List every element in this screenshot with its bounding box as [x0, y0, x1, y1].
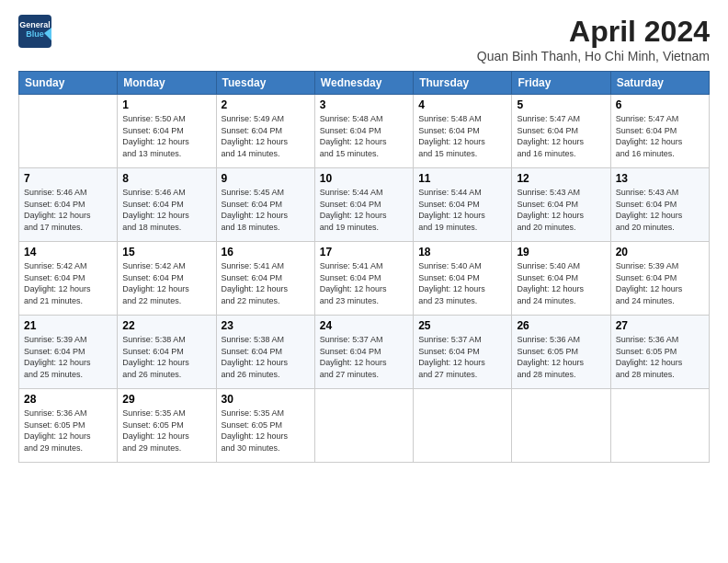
day-info: Sunrise: 5:39 AM Sunset: 6:04 PM Dayligh… [24, 334, 112, 380]
day-number: 20 [616, 246, 704, 259]
calendar-week-2: 7Sunrise: 5:46 AM Sunset: 6:04 PM Daylig… [19, 168, 710, 242]
day-number: 4 [418, 98, 506, 111]
day-number: 7 [24, 172, 112, 185]
day-info: Sunrise: 5:41 AM Sunset: 6:04 PM Dayligh… [320, 260, 408, 306]
calendar-cell: 17Sunrise: 5:41 AM Sunset: 6:04 PM Dayli… [314, 242, 413, 316]
day-number: 12 [517, 172, 605, 185]
calendar-cell: 10Sunrise: 5:44 AM Sunset: 6:04 PM Dayli… [314, 168, 413, 242]
calendar-cell [19, 95, 118, 168]
day-info: Sunrise: 5:38 AM Sunset: 6:04 PM Dayligh… [122, 334, 210, 380]
day-number: 17 [320, 246, 408, 259]
day-info: Sunrise: 5:43 AM Sunset: 6:04 PM Dayligh… [616, 187, 704, 233]
day-number: 11 [418, 172, 506, 185]
day-number: 21 [24, 319, 112, 332]
calendar-cell: 23Sunrise: 5:38 AM Sunset: 6:04 PM Dayli… [216, 316, 314, 389]
calendar-cell: 1Sunrise: 5:50 AM Sunset: 6:04 PM Daylig… [118, 95, 216, 168]
day-number: 26 [517, 319, 605, 332]
day-number: 15 [122, 246, 210, 259]
calendar-cell: 22Sunrise: 5:38 AM Sunset: 6:04 PM Dayli… [118, 316, 216, 389]
day-number: 14 [24, 246, 112, 259]
day-info: Sunrise: 5:47 AM Sunset: 6:04 PM Dayligh… [517, 113, 605, 159]
calendar-cell [512, 389, 610, 463]
location: Quan Binh Thanh, Ho Chi Minh, Vietnam [477, 49, 710, 63]
day-info: Sunrise: 5:49 AM Sunset: 6:04 PM Dayligh… [222, 113, 310, 159]
calendar-cell: 5Sunrise: 5:47 AM Sunset: 6:04 PM Daylig… [512, 95, 610, 168]
month-title: April 2024 [477, 15, 710, 49]
calendar-cell: 3Sunrise: 5:48 AM Sunset: 6:04 PM Daylig… [314, 95, 413, 168]
calendar-week-3: 14Sunrise: 5:42 AM Sunset: 6:04 PM Dayli… [19, 242, 710, 316]
day-info: Sunrise: 5:42 AM Sunset: 6:04 PM Dayligh… [24, 260, 112, 306]
day-number: 9 [222, 172, 310, 185]
calendar-cell: 21Sunrise: 5:39 AM Sunset: 6:04 PM Dayli… [19, 316, 118, 389]
calendar-cell: 29Sunrise: 5:35 AM Sunset: 6:05 PM Dayli… [118, 389, 216, 463]
day-number: 24 [320, 319, 408, 332]
calendar-cell: 4Sunrise: 5:48 AM Sunset: 6:04 PM Daylig… [414, 95, 512, 168]
day-number: 8 [122, 172, 210, 185]
day-number: 29 [122, 393, 210, 406]
day-info: Sunrise: 5:50 AM Sunset: 6:04 PM Dayligh… [122, 113, 210, 159]
day-info: Sunrise: 5:38 AM Sunset: 6:04 PM Dayligh… [222, 334, 310, 380]
col-header-sunday: Sunday [19, 72, 118, 95]
day-info: Sunrise: 5:41 AM Sunset: 6:04 PM Dayligh… [222, 260, 310, 306]
calendar-cell [314, 389, 413, 463]
day-info: Sunrise: 5:46 AM Sunset: 6:04 PM Dayligh… [24, 187, 112, 233]
day-number: 6 [616, 98, 704, 111]
day-info: Sunrise: 5:47 AM Sunset: 6:04 PM Dayligh… [616, 113, 704, 159]
calendar-cell: 25Sunrise: 5:37 AM Sunset: 6:04 PM Dayli… [414, 316, 512, 389]
day-info: Sunrise: 5:35 AM Sunset: 6:05 PM Dayligh… [122, 408, 210, 454]
day-info: Sunrise: 5:42 AM Sunset: 6:04 PM Dayligh… [122, 260, 210, 306]
calendar-cell: 30Sunrise: 5:35 AM Sunset: 6:05 PM Dayli… [216, 389, 314, 463]
day-info: Sunrise: 5:37 AM Sunset: 6:04 PM Dayligh… [320, 334, 408, 380]
day-info: Sunrise: 5:48 AM Sunset: 6:04 PM Dayligh… [418, 113, 506, 159]
day-number: 10 [320, 172, 408, 185]
calendar-cell: 6Sunrise: 5:47 AM Sunset: 6:04 PM Daylig… [610, 95, 709, 168]
day-number: 3 [320, 98, 408, 111]
day-info: Sunrise: 5:44 AM Sunset: 6:04 PM Dayligh… [320, 187, 408, 233]
calendar-cell: 19Sunrise: 5:40 AM Sunset: 6:04 PM Dayli… [512, 242, 610, 316]
header: General Blue April 2024 Quan Binh Thanh,… [18, 15, 710, 63]
day-info: Sunrise: 5:36 AM Sunset: 6:05 PM Dayligh… [24, 408, 112, 454]
calendar-cell [610, 389, 709, 463]
day-info: Sunrise: 5:40 AM Sunset: 6:04 PM Dayligh… [517, 260, 605, 306]
calendar-cell: 9Sunrise: 5:45 AM Sunset: 6:04 PM Daylig… [216, 168, 314, 242]
col-header-tuesday: Tuesday [216, 72, 314, 95]
day-number: 2 [222, 98, 310, 111]
calendar-cell: 8Sunrise: 5:46 AM Sunset: 6:04 PM Daylig… [118, 168, 216, 242]
calendar-header-row: SundayMondayTuesdayWednesdayThursdayFrid… [19, 72, 710, 95]
calendar-week-4: 21Sunrise: 5:39 AM Sunset: 6:04 PM Dayli… [19, 316, 710, 389]
day-number: 5 [517, 98, 605, 111]
svg-text:General: General [19, 20, 51, 29]
calendar-cell: 16Sunrise: 5:41 AM Sunset: 6:04 PM Dayli… [216, 242, 314, 316]
day-number: 27 [616, 319, 704, 332]
day-number: 13 [616, 172, 704, 185]
calendar-cell: 12Sunrise: 5:43 AM Sunset: 6:04 PM Dayli… [512, 168, 610, 242]
page: General Blue April 2024 Quan Binh Thanh,… [0, 0, 728, 563]
day-info: Sunrise: 5:45 AM Sunset: 6:04 PM Dayligh… [222, 187, 310, 233]
col-header-wednesday: Wednesday [314, 72, 413, 95]
calendar-cell: 11Sunrise: 5:44 AM Sunset: 6:04 PM Dayli… [414, 168, 512, 242]
calendar-cell: 24Sunrise: 5:37 AM Sunset: 6:04 PM Dayli… [314, 316, 413, 389]
day-info: Sunrise: 5:43 AM Sunset: 6:04 PM Dayligh… [517, 187, 605, 233]
day-number: 1 [122, 98, 210, 111]
day-info: Sunrise: 5:48 AM Sunset: 6:04 PM Dayligh… [320, 113, 408, 159]
calendar-cell: 2Sunrise: 5:49 AM Sunset: 6:04 PM Daylig… [216, 95, 314, 168]
day-info: Sunrise: 5:36 AM Sunset: 6:05 PM Dayligh… [517, 334, 605, 380]
day-number: 30 [222, 393, 310, 406]
day-number: 18 [418, 246, 506, 259]
title-block: April 2024 Quan Binh Thanh, Ho Chi Minh,… [477, 15, 710, 63]
calendar-cell: 28Sunrise: 5:36 AM Sunset: 6:05 PM Dayli… [19, 389, 118, 463]
calendar-cell: 14Sunrise: 5:42 AM Sunset: 6:04 PM Dayli… [19, 242, 118, 316]
calendar-cell: 7Sunrise: 5:46 AM Sunset: 6:04 PM Daylig… [19, 168, 118, 242]
day-info: Sunrise: 5:40 AM Sunset: 6:04 PM Dayligh… [418, 260, 506, 306]
day-info: Sunrise: 5:46 AM Sunset: 6:04 PM Dayligh… [122, 187, 210, 233]
col-header-friday: Friday [512, 72, 610, 95]
day-number: 23 [222, 319, 310, 332]
calendar-cell [414, 389, 512, 463]
col-header-thursday: Thursday [414, 72, 512, 95]
logo-icon: General Blue [18, 15, 51, 48]
calendar-cell: 18Sunrise: 5:40 AM Sunset: 6:04 PM Dayli… [414, 242, 512, 316]
day-info: Sunrise: 5:35 AM Sunset: 6:05 PM Dayligh… [222, 408, 310, 454]
logo: General Blue [18, 15, 51, 48]
calendar-cell: 13Sunrise: 5:43 AM Sunset: 6:04 PM Dayli… [610, 168, 709, 242]
col-header-saturday: Saturday [610, 72, 709, 95]
